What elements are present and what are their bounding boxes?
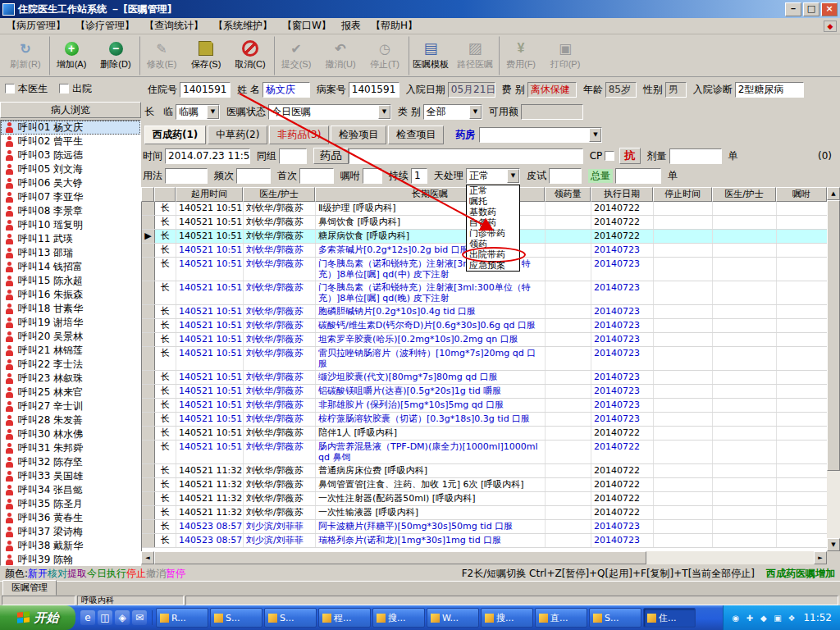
patient-list-item[interactable]: 呼叫11 武瑛 [1,232,140,246]
total-field[interactable] [615,168,661,184]
table-row[interactable]: 长 140521 11:32 刘钦华/郭薇苏 一次性输液器 [呼吸内科] 201… [142,506,827,520]
patient-list-item[interactable]: 呼叫07 李亚华 [1,190,140,204]
column-header[interactable] [141,187,154,202]
menu-item[interactable]: 【系统维护】 [208,18,277,34]
scroll-left-arrow[interactable]: ◄ [141,551,154,564]
menu-item[interactable]: 【查询统计】 [139,18,208,34]
table-row[interactable]: 长 140521 10:51 刘钦华/郭薇苏 桉柠蒎肠溶软胶囊（切诺）[0.3g… [142,413,827,427]
toolbar-button[interactable]: 保存(S) [184,36,228,75]
table-row[interactable]: 长 140521 10:51 刘钦华/郭薇苏 铝碳酸镁咀嚼片(达喜)[0.5g*… [142,385,827,399]
table-row[interactable]: 长 140523 08:57 刘少滨/刘菲菲 阿卡波糖片(拜糖平)[50mg*3… [142,520,827,534]
duration-field[interactable]: 1 [411,168,427,184]
skin-test-field[interactable] [549,168,582,184]
chevron-down-icon[interactable] [469,105,482,119]
scroll-right-arrow[interactable]: ► [814,551,827,564]
temp-order-label[interactable]: 临 [163,105,173,119]
tray-icon[interactable]: ❖ [786,613,797,623]
column-header[interactable]: 领药量 [545,187,591,202]
toolbar-button[interactable]: 停止(T) [363,36,407,75]
patient-list-item[interactable]: 呼叫15 陈永超 [1,274,140,288]
toolbar-button[interactable]: 撤消(U) [318,36,363,75]
chevron-down-icon[interactable] [589,128,601,142]
toolbar-button[interactable]: 刷新(R) [3,36,48,75]
dose-field[interactable] [669,148,722,164]
group-field[interactable] [279,148,307,164]
taskbar-window-button[interactable]: S... [264,608,317,628]
taskbar-window-button[interactable]: 搜... [372,608,425,628]
table-row[interactable]: 长 140521 10:51 刘钦华/郭薇苏 肠内营养混悬液（TPF-DM)(康… [142,441,827,464]
category-combo[interactable]: 全部 [423,104,482,120]
patient-list-item[interactable]: 呼叫13 邵瑞 [1,246,140,260]
patient-list-item[interactable]: 呼叫14 钱招富 [1,260,140,274]
drug-entry-field[interactable] [349,148,583,164]
taskbar-window-button[interactable]: 搜... [481,608,533,628]
table-row[interactable]: 长 140521 10:51 刘钦华/郭薇苏 胞磷胆碱钠片[0.2g*10s]0… [142,305,827,319]
taskbar-window-button[interactable]: 直... [535,608,587,628]
patient-list-item[interactable]: 呼叫03 陈远德 [1,148,140,162]
table-row[interactable]: 长 140521 10:51 刘钦华/郭薇苏 非那雄胺片 (保列治)[5mg*1… [142,399,827,413]
quick-launch-icon[interactable]: ◈ [115,610,130,625]
order-type-tab[interactable]: 中草药(2) [208,126,267,144]
toolbar-button[interactable]: 医嘱模板 [409,36,453,75]
column-header[interactable]: 嘱咐 [776,187,827,202]
table-row[interactable]: 长 140521 10:51 刘钦华/郭薇苏 缬沙坦胶囊(代文)[80mg*7s… [142,371,827,385]
dropdown-option[interactable]: 出院带药 [467,249,519,260]
menu-item[interactable]: 报表 [336,18,366,34]
order-type-tab[interactable]: 非药品(3) [269,126,329,144]
quick-launch-icon[interactable]: e [80,610,95,625]
first-dose-field[interactable] [299,168,334,184]
dropdown-option[interactable]: 领药 [467,239,519,249]
horizontal-scrollbar[interactable]: ◄ ► [141,551,827,564]
case-no-field[interactable]: 1401591 [349,82,399,98]
cp-checkbox[interactable] [605,151,614,161]
chevron-down-icon[interactable] [378,105,390,119]
table-row[interactable]: 长 140521 10:51 刘钦华/郭薇苏 坦索罗辛胶囊(哈乐)[0.2mg*… [142,333,827,347]
patient-list-item[interactable]: 呼叫08 李景章 [1,204,140,218]
maximize-button[interactable]: □ [803,2,819,16]
column-header[interactable]: 执行日期 [591,187,653,202]
quick-launch-icon[interactable]: ◫ [98,610,112,625]
table-row[interactable]: 长 140521 10:51 刘钦华/郭薇苏 雷贝拉唑钠肠溶片（波利特）[10m… [142,347,827,371]
patient-list-item[interactable]: 呼叫28 朱发善 [1,413,140,427]
table-row[interactable]: 长 140521 11:32 刘钦华/郭薇苏 鼻饲管置管[注食、注药、加收 1元… [142,478,827,492]
toolbar-button[interactable]: 路径医嘱 [453,36,497,75]
toolbar-button[interactable]: 打印(P) [543,36,587,75]
toolbar-button[interactable]: 增加(A) [49,36,94,75]
taskbar-window-button[interactable]: S... [210,608,262,628]
taskbar-window-button[interactable]: 程... [318,608,371,628]
table-row[interactable]: 长 140521 10:51 刘钦华/郭薇苏 碳酸钙/维生素D(钙尔奇D)片[0… [142,319,827,333]
diagnosis-field[interactable]: 2型糖尿病 [735,82,804,98]
menu-item[interactable]: 【诊疗管理】 [71,18,139,34]
day-handle-combo[interactable]: 正常 正常 嘱托 基数药 自备药 门诊带药 领药 出院带药 [466,168,520,184]
chevron-down-icon[interactable] [507,169,519,183]
dropdown-option[interactable]: 嘱托 [467,196,519,207]
patient-list-item[interactable]: 呼叫23 林叙珠 [1,372,140,386]
toolbar-button[interactable]: 费用(F) [499,36,543,75]
order-status-combo[interactable]: 今日医嘱 [268,104,391,120]
dropdown-option[interactable]: 自备药 [467,217,519,228]
dropdown-option[interactable]: 应急预案 [467,260,519,271]
patient-list-item[interactable]: 呼叫19 谢培华 [1,316,140,330]
tray-icon[interactable]: ▣ [772,613,783,623]
patient-list-item[interactable]: 呼叫22 李士法 [1,358,140,372]
discharge-checkbox[interactable] [59,84,69,94]
close-button[interactable]: × [821,2,838,16]
horizontal-scroll-thumb[interactable] [154,551,646,564]
minimize-button[interactable]: － [785,2,801,16]
patient-list-item[interactable]: 呼叫34 张昌懿 [1,483,140,497]
patient-list-item[interactable]: 呼叫25 林来官 [1,386,140,399]
dropdown-option[interactable]: 门诊带药 [467,228,519,239]
column-header[interactable]: 停止时间 [653,187,712,202]
patient-list-item[interactable]: 呼叫39 陈翰 [1,553,140,566]
usage-field[interactable] [165,168,208,184]
column-header[interactable]: 医生/护士 [712,187,776,202]
order-type-tab[interactable]: 检查项目 [388,126,444,144]
order-kind-combo[interactable]: 临嘱 [176,104,220,120]
patient-list-item[interactable]: 呼叫20 吴景林 [1,330,140,344]
time-field[interactable]: 2014.07.23 11:51 [165,148,250,164]
table-row[interactable]: 长 140521 10:51 刘钦华/郭薇苏 门冬胰岛素（诺和锐特充）注射液[3… [142,281,827,305]
patient-list-item[interactable]: 呼叫36 黄春生 [1,511,140,525]
note-field[interactable] [363,168,382,184]
toolbar-button[interactable]: 删除(D) [94,36,138,75]
taskbar-window-button[interactable]: W... [427,608,479,628]
